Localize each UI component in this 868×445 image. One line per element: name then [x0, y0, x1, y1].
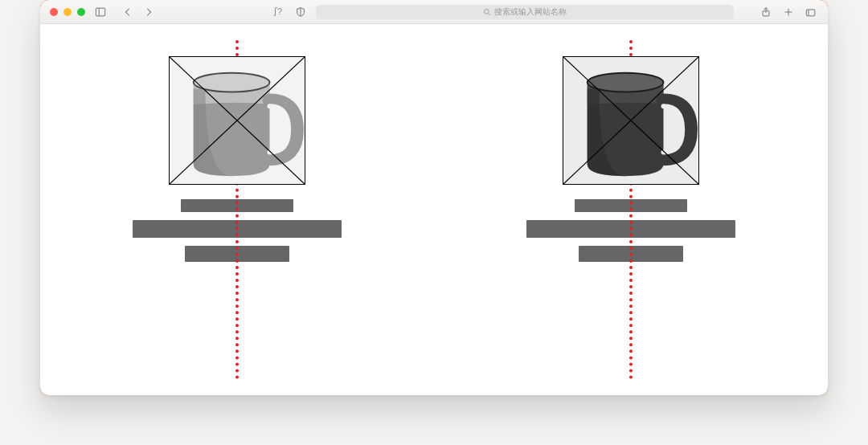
share-icon[interactable] [759, 5, 773, 19]
svg-point-2 [485, 9, 489, 14]
reader-glyph: ʃ? [274, 6, 282, 17]
product-column-1 [40, 24, 434, 395]
product-column-2 [434, 24, 828, 395]
browser-window: ʃ? 搜索或输入网站名称 [40, 0, 828, 395]
address-bar[interactable]: 搜索或输入网站名称 [316, 5, 734, 19]
product-image-placeholder [563, 56, 699, 185]
privacy-shield-icon[interactable] [293, 5, 308, 19]
new-tab-icon[interactable] [781, 5, 796, 19]
zoom-window-button[interactable] [77, 8, 85, 16]
window-controls [50, 8, 85, 16]
close-window-button[interactable] [50, 8, 58, 16]
product-image-placeholder [169, 56, 305, 185]
nav-arrows [121, 5, 156, 19]
sidebar-toggle-icon[interactable] [93, 5, 108, 19]
text-size-icon[interactable]: ʃ? [271, 5, 285, 19]
back-button[interactable] [121, 5, 135, 19]
toolbar-center: ʃ? 搜索或输入网站名称 [260, 5, 744, 19]
svg-rect-0 [96, 8, 104, 16]
toolbar-right [759, 5, 818, 19]
svg-rect-7 [809, 9, 815, 15]
tabs-overview-icon[interactable] [804, 5, 818, 19]
page-content [40, 24, 828, 395]
browser-titlebar: ʃ? 搜索或输入网站名称 [40, 0, 828, 24]
address-placeholder: 搜索或输入网站名称 [494, 6, 567, 18]
placeholder-cross-icon [563, 57, 698, 184]
minimize-window-button[interactable] [63, 8, 72, 16]
placeholder-cross-icon [170, 57, 305, 184]
forward-button[interactable] [141, 5, 156, 19]
svg-line-3 [489, 13, 490, 14]
search-icon [483, 8, 491, 16]
